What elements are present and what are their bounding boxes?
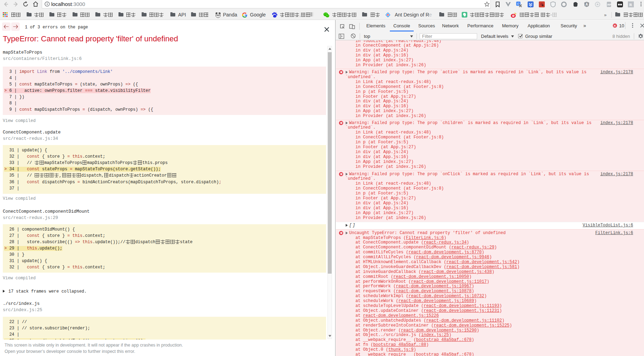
svg-text:RP: RP [608, 3, 612, 6]
svg-text:R: R [629, 2, 632, 7]
svg-text:A: A [585, 2, 588, 6]
